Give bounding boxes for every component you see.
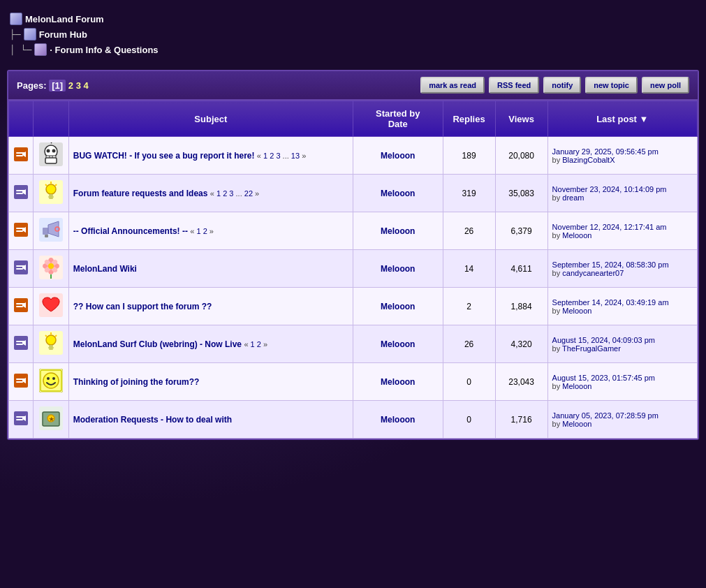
last-post-date-link[interactable]: November 12, 2024, 12:17:41 am bbox=[552, 223, 667, 231]
svg-text:✦: ✦ bbox=[50, 142, 53, 145]
topic-page-link[interactable]: 2 bbox=[203, 227, 207, 235]
svg-rect-64 bbox=[48, 347, 54, 348]
topic-link[interactable]: ?? How can I support the forum ?? bbox=[73, 302, 212, 311]
by-label: by bbox=[552, 231, 563, 240]
topic-icon-cell bbox=[34, 212, 68, 250]
svg-rect-22 bbox=[48, 196, 54, 198]
replies-header-link[interactable]: Replies bbox=[453, 114, 485, 124]
page-4-link[interactable]: 4 bbox=[84, 80, 89, 91]
started-by-link[interactable]: Melooon bbox=[381, 302, 415, 311]
breadcrumb-level2-link[interactable]: · Forum Info & Questions bbox=[50, 45, 158, 55]
new-topic-button[interactable]: new topic bbox=[585, 77, 638, 94]
lastpost-header-link[interactable]: Last post ▼ bbox=[596, 114, 648, 124]
page-3-link[interactable]: 3 bbox=[76, 80, 81, 91]
topic-page-link[interactable]: 3 bbox=[276, 152, 280, 160]
breadcrumb-root-link[interactable]: MelonLand Forum bbox=[25, 14, 104, 24]
status-icon-cell bbox=[9, 401, 34, 439]
topic-link[interactable]: MelonLand Wiki bbox=[73, 264, 137, 274]
last-post-user-link[interactable]: TheFrugalGamer bbox=[562, 344, 621, 353]
table-row: MelonLand WikiMelooon144,611September 15… bbox=[9, 250, 698, 288]
topic-page-link[interactable]: 1 bbox=[196, 227, 200, 235]
last-post-date-link[interactable]: September 15, 2024, 08:58:30 pm bbox=[552, 260, 669, 269]
started-by-cell: Melooon bbox=[353, 288, 443, 325]
last-post-date-link[interactable]: November 23, 2024, 10:14:09 pm bbox=[552, 185, 667, 193]
col-started-by: Started by Date bbox=[353, 101, 443, 137]
breadcrumb-level1: ├─ Forum Hub bbox=[10, 28, 696, 41]
last-post-user-link[interactable]: candycanearter07 bbox=[562, 269, 624, 277]
status-icon-cell bbox=[9, 212, 34, 250]
last-post-user-link[interactable]: dream bbox=[562, 193, 584, 202]
by-label: by bbox=[552, 344, 562, 353]
topic-link[interactable]: MelonLand Surf Club (webring) - Now Live bbox=[73, 339, 242, 349]
col-status bbox=[9, 101, 34, 137]
topic-link[interactable]: Moderation Requests - How to deal with bbox=[73, 415, 232, 425]
last-post-date-link[interactable]: January 29, 2025, 09:56:45 pm bbox=[552, 147, 659, 156]
started-by-link[interactable]: Melooon bbox=[381, 226, 415, 236]
subject-cell: ?? How can I support the forum ?? bbox=[68, 288, 353, 325]
last-post-cell: September 14, 2024, 03:49:19 amby Melooo… bbox=[547, 288, 697, 325]
table-row: MelonLand Surf Club (webring) - Now Live… bbox=[9, 325, 698, 363]
topic-page-link[interactable]: 1 bbox=[216, 189, 221, 198]
rss-feed-button[interactable]: RSS feed bbox=[489, 77, 539, 94]
svg-point-7 bbox=[52, 149, 56, 153]
subject-cell: MelonLand Surf Club (webring) - Now Live… bbox=[68, 325, 353, 363]
last-post-cell: September 15, 2024, 08:58:30 pmby candyc… bbox=[547, 250, 697, 288]
last-post-user-link[interactable]: Melooon bbox=[562, 420, 591, 428]
notify-button[interactable]: notify bbox=[543, 77, 581, 94]
last-post-user-link[interactable]: Melooon bbox=[562, 382, 591, 390]
forum-container: Pages: [1] 2 3 4 mark as read RSS feed n… bbox=[7, 70, 699, 440]
views-header-link[interactable]: Views bbox=[508, 114, 534, 124]
last-post-user-link[interactable]: Melooon bbox=[562, 231, 591, 240]
new-poll-button[interactable]: new poll bbox=[642, 77, 689, 94]
page-2-link[interactable]: 2 bbox=[68, 80, 73, 91]
started-by-link[interactable]: Melooon bbox=[381, 151, 415, 161]
col-replies: Replies bbox=[443, 101, 495, 137]
last-post-cell: November 12, 2024, 12:17:41 amby Melooon bbox=[547, 212, 697, 250]
svg-rect-13 bbox=[45, 158, 57, 163]
last-post-date-link[interactable]: August 15, 2024, 04:09:03 pm bbox=[552, 336, 655, 344]
svg-rect-23 bbox=[49, 198, 53, 199]
topic-page-link[interactable]: 13 bbox=[291, 152, 300, 160]
topic-page-link[interactable]: 1 bbox=[263, 152, 267, 160]
started-by-link[interactable]: Melooon bbox=[381, 415, 415, 425]
by-label: by bbox=[552, 382, 563, 390]
started-by-link[interactable]: Melooon bbox=[381, 264, 415, 274]
table-row: Forum feature requests and Ideas « 1 2 3… bbox=[9, 175, 698, 212]
started-by-link[interactable]: Melooon bbox=[381, 189, 415, 198]
topic-icon-cell bbox=[34, 363, 68, 401]
svg-point-6 bbox=[47, 149, 50, 153]
topic-link[interactable]: Thinking of joining the forum?? bbox=[73, 377, 200, 387]
col-icon bbox=[34, 101, 68, 137]
svg-line-67 bbox=[55, 335, 57, 337]
topic-page-link[interactable]: 3 bbox=[229, 189, 233, 198]
table-row: ?? How can I support the forum ??Melooon… bbox=[9, 288, 698, 325]
last-post-date-link[interactable]: January 05, 2023, 07:28:59 pm bbox=[552, 411, 659, 420]
page-links: « 1 2 3 ... 22 » bbox=[210, 189, 259, 198]
topic-link[interactable]: BUG WATCH! - If you see a bug report it … bbox=[73, 151, 255, 161]
topic-page-link[interactable]: 2 bbox=[257, 340, 261, 348]
last-post-user-link[interactable]: Melooon bbox=[562, 307, 591, 315]
topic-page-link[interactable]: 2 bbox=[270, 152, 274, 160]
svg-rect-34 bbox=[45, 235, 48, 237]
toolbar-buttons: mark as read RSS feed notify new topic n… bbox=[420, 77, 689, 94]
page-1-link[interactable]: [1] bbox=[49, 80, 66, 91]
topic-page-link[interactable]: 1 bbox=[251, 340, 255, 348]
table-row: -- Official Announcements! -- « 1 2 »Mel… bbox=[9, 212, 698, 250]
started-by-cell: Melooon bbox=[353, 212, 443, 250]
subject-header-link[interactable]: Subject bbox=[194, 114, 227, 124]
mark-as-read-button[interactable]: mark as read bbox=[420, 77, 485, 94]
started-by-link[interactable]: Melooon bbox=[381, 377, 415, 387]
status-icon-cell bbox=[9, 325, 34, 363]
breadcrumb-level1-link[interactable]: Forum Hub bbox=[39, 29, 87, 40]
last-post-date-link[interactable]: August 15, 2023, 01:57:45 pm bbox=[552, 374, 655, 382]
topic-link[interactable]: -- Official Announcements! -- bbox=[73, 226, 188, 236]
topic-page-link[interactable]: 2 bbox=[223, 189, 227, 198]
topic-link[interactable]: Forum feature requests and Ideas bbox=[73, 189, 208, 198]
last-post-user-link[interactable]: BlazingCobaltX bbox=[562, 156, 615, 164]
started-by-link[interactable]: Melooon bbox=[381, 339, 415, 349]
topic-icon-cell bbox=[34, 175, 68, 212]
replies-cell: 26 bbox=[443, 212, 495, 250]
last-post-date-link[interactable]: September 14, 2024, 03:49:19 am bbox=[552, 298, 669, 307]
topic-page-link[interactable]: 22 bbox=[244, 189, 253, 198]
breadcrumb-level2: │ └─ · Forum Info & Questions bbox=[10, 43, 696, 56]
